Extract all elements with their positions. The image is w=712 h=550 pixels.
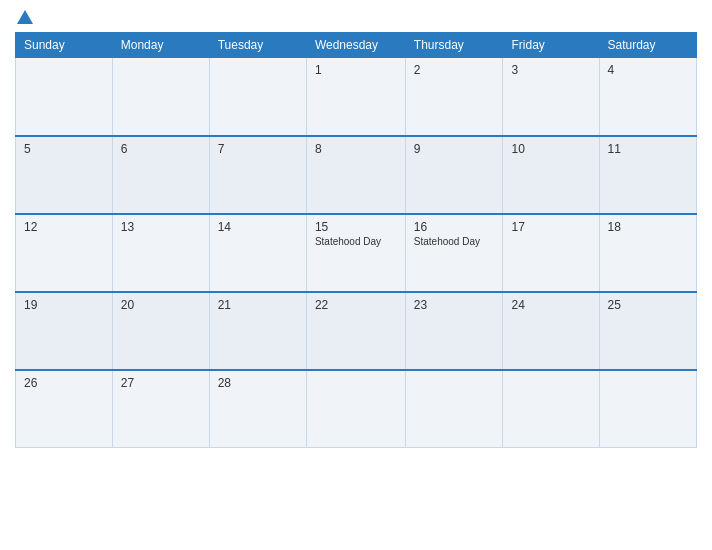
calendar-week-row: 262728 <box>16 370 697 448</box>
calendar-day-cell: 2 <box>405 58 503 136</box>
weekday-header-cell: Saturday <box>599 33 697 58</box>
calendar-day-cell: 21 <box>209 292 306 370</box>
day-number: 21 <box>218 298 298 312</box>
calendar-week-row: 567891011 <box>16 136 697 214</box>
day-number: 12 <box>24 220 104 234</box>
calendar-day-cell: 15Statehood Day <box>306 214 405 292</box>
weekday-header-cell: Sunday <box>16 33 113 58</box>
calendar-day-cell: 8 <box>306 136 405 214</box>
day-number: 8 <box>315 142 397 156</box>
calendar-header <box>15 10 697 24</box>
day-number: 2 <box>414 63 495 77</box>
calendar-day-cell <box>16 58 113 136</box>
weekday-header-cell: Wednesday <box>306 33 405 58</box>
logo <box>15 10 33 24</box>
calendar-container: SundayMondayTuesdayWednesdayThursdayFrid… <box>0 0 712 550</box>
day-number: 15 <box>315 220 397 234</box>
calendar-week-row: 1234 <box>16 58 697 136</box>
calendar-day-cell: 12 <box>16 214 113 292</box>
calendar-day-cell <box>405 370 503 448</box>
calendar-day-cell: 11 <box>599 136 697 214</box>
calendar-day-cell: 14 <box>209 214 306 292</box>
weekday-header-cell: Monday <box>112 33 209 58</box>
calendar-day-cell: 27 <box>112 370 209 448</box>
day-number: 26 <box>24 376 104 390</box>
day-number: 3 <box>511 63 590 77</box>
calendar-day-cell: 25 <box>599 292 697 370</box>
calendar-day-cell <box>209 58 306 136</box>
day-number: 5 <box>24 142 104 156</box>
day-number: 7 <box>218 142 298 156</box>
calendar-header-row: SundayMondayTuesdayWednesdayThursdayFrid… <box>16 33 697 58</box>
calendar-day-cell <box>503 370 599 448</box>
weekday-header-cell: Thursday <box>405 33 503 58</box>
day-number: 19 <box>24 298 104 312</box>
calendar-day-cell: 3 <box>503 58 599 136</box>
day-number: 28 <box>218 376 298 390</box>
day-number: 23 <box>414 298 495 312</box>
calendar-day-cell: 20 <box>112 292 209 370</box>
day-number: 1 <box>315 63 397 77</box>
calendar-day-cell: 19 <box>16 292 113 370</box>
calendar-day-cell: 7 <box>209 136 306 214</box>
weekday-header-cell: Tuesday <box>209 33 306 58</box>
day-number: 13 <box>121 220 201 234</box>
calendar-day-cell: 18 <box>599 214 697 292</box>
calendar-day-cell: 26 <box>16 370 113 448</box>
calendar-day-cell: 23 <box>405 292 503 370</box>
calendar-day-cell: 13 <box>112 214 209 292</box>
logo-triangle-icon <box>17 10 33 24</box>
day-number: 20 <box>121 298 201 312</box>
day-number: 18 <box>608 220 689 234</box>
day-number: 24 <box>511 298 590 312</box>
calendar-day-cell <box>599 370 697 448</box>
calendar-day-cell: 10 <box>503 136 599 214</box>
day-number: 25 <box>608 298 689 312</box>
day-number: 4 <box>608 63 689 77</box>
calendar-week-row: 19202122232425 <box>16 292 697 370</box>
event-text: Statehood Day <box>315 236 397 247</box>
calendar-day-cell: 1 <box>306 58 405 136</box>
day-number: 6 <box>121 142 201 156</box>
calendar-day-cell: 4 <box>599 58 697 136</box>
day-number: 22 <box>315 298 397 312</box>
calendar-week-row: 12131415Statehood Day16Statehood Day1718 <box>16 214 697 292</box>
day-number: 11 <box>608 142 689 156</box>
calendar-day-cell: 9 <box>405 136 503 214</box>
calendar-day-cell: 5 <box>16 136 113 214</box>
calendar-day-cell <box>112 58 209 136</box>
day-number: 14 <box>218 220 298 234</box>
event-text: Statehood Day <box>414 236 495 247</box>
calendar-day-cell: 6 <box>112 136 209 214</box>
day-number: 16 <box>414 220 495 234</box>
weekday-header-row: SundayMondayTuesdayWednesdayThursdayFrid… <box>16 33 697 58</box>
calendar-day-cell: 28 <box>209 370 306 448</box>
calendar-body: 123456789101112131415Statehood Day16Stat… <box>16 58 697 448</box>
day-number: 27 <box>121 376 201 390</box>
calendar-day-cell <box>306 370 405 448</box>
day-number: 9 <box>414 142 495 156</box>
calendar-day-cell: 16Statehood Day <box>405 214 503 292</box>
weekday-header-cell: Friday <box>503 33 599 58</box>
calendar-day-cell: 17 <box>503 214 599 292</box>
calendar-day-cell: 24 <box>503 292 599 370</box>
day-number: 17 <box>511 220 590 234</box>
calendar-day-cell: 22 <box>306 292 405 370</box>
calendar-grid: SundayMondayTuesdayWednesdayThursdayFrid… <box>15 32 697 448</box>
day-number: 10 <box>511 142 590 156</box>
